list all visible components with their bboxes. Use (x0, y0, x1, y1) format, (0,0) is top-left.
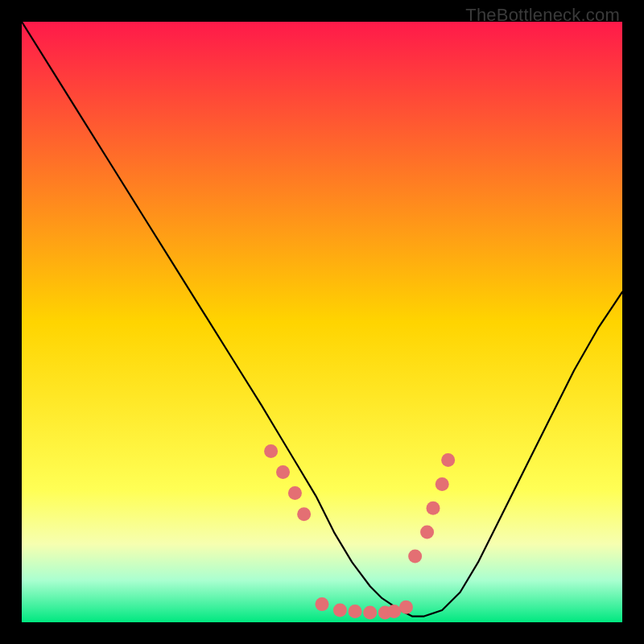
marker-dot (264, 444, 278, 458)
marker-dot (436, 477, 449, 491)
marker-dot (408, 549, 422, 563)
marker-dot (288, 486, 302, 500)
gradient-background (22, 22, 622, 622)
marker-dot (363, 606, 377, 620)
marker-dot (276, 465, 290, 479)
marker-dot (387, 605, 401, 618)
marker-dot (399, 601, 413, 614)
marker-dot (441, 453, 455, 467)
plot-area (22, 22, 622, 622)
marker-dot (333, 604, 347, 617)
marker-dot (420, 526, 434, 539)
chart-frame: TheBottleneck.com (0, 0, 644, 644)
marker-dot (427, 502, 440, 515)
marker-dot (316, 597, 329, 611)
marker-dot (349, 605, 362, 618)
chart-svg (22, 22, 622, 622)
marker-dot (297, 507, 311, 521)
